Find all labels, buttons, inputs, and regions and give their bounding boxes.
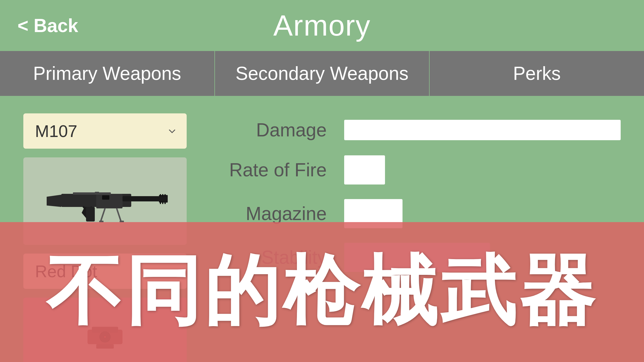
svg-rect-17 xyxy=(95,192,99,194)
overlay-text: 不同的枪械武器 xyxy=(46,241,598,343)
svg-rect-15 xyxy=(73,192,111,195)
svg-rect-8 xyxy=(164,202,166,204)
tab-bar: Primary Weapons Secondary Weapons Perks xyxy=(0,51,644,96)
rate-of-fire-bar xyxy=(344,155,385,184)
svg-rect-1 xyxy=(123,196,160,201)
tab-perks[interactable]: Perks xyxy=(430,51,644,96)
rate-of-fire-row: Rate of Fire xyxy=(210,155,621,184)
page-title: Armory xyxy=(273,9,371,42)
overlay-banner: 不同的枪械武器 xyxy=(0,222,644,362)
svg-rect-16 xyxy=(102,195,109,200)
weapon-select[interactable]: M107 AK-47 M4A1 Sniper Rifle xyxy=(23,113,187,149)
rate-of-fire-label: Rate of Fire xyxy=(210,159,327,181)
weapon-image xyxy=(38,172,172,230)
damage-bar xyxy=(344,120,621,140)
svg-line-11 xyxy=(117,208,121,222)
tab-secondary-weapons[interactable]: Secondary Weapons xyxy=(215,51,430,96)
svg-rect-5 xyxy=(164,194,166,196)
svg-rect-3 xyxy=(160,194,161,196)
magazine-label: Magazine xyxy=(210,203,327,224)
svg-rect-14 xyxy=(86,207,95,222)
header: < Back Armory xyxy=(0,0,644,51)
back-button[interactable]: < Back xyxy=(18,15,78,36)
svg-rect-7 xyxy=(162,202,163,204)
svg-rect-4 xyxy=(162,194,163,196)
svg-rect-6 xyxy=(160,202,161,204)
damage-label: Damage xyxy=(210,119,327,141)
tab-primary-weapons[interactable]: Primary Weapons xyxy=(0,51,215,96)
damage-row: Damage xyxy=(210,119,621,141)
svg-line-10 xyxy=(101,208,105,222)
